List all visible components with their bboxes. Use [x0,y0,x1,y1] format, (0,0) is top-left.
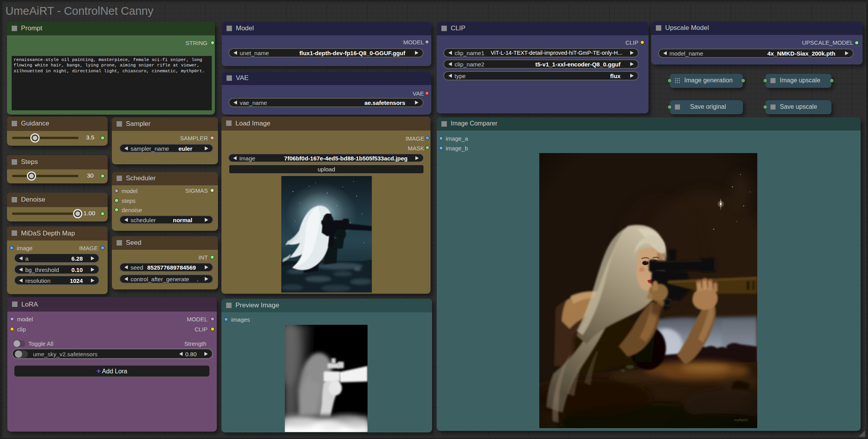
svg-text:mythp0rt: mythp0rt [734,418,748,422]
